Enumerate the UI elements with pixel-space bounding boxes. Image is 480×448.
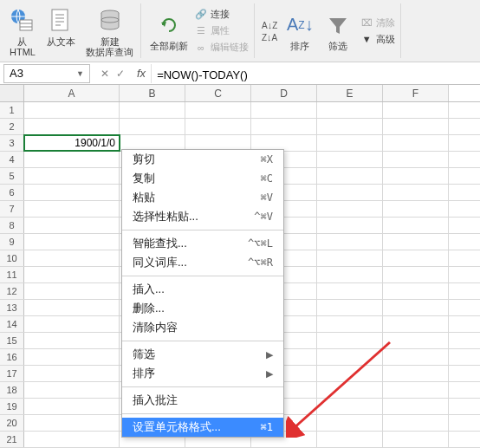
menu-smart-lookup[interactable]: 智能查找...^⌥⌘L [122,234,283,253]
column-header[interactable]: A [24,85,120,101]
menu-copy[interactable]: 复制⌘C [122,169,283,188]
connections-button[interactable]: 🔗连接 [195,8,249,21]
cell[interactable] [383,234,449,250]
cell[interactable] [185,102,251,118]
cell[interactable] [24,185,120,200]
cell[interactable] [317,382,383,398]
row-header[interactable]: 6 [0,185,24,200]
cell[interactable] [24,102,120,118]
menu-delete[interactable]: 删除... [122,299,283,318]
cell[interactable] [317,135,383,151]
menu-filter[interactable]: 筛选▶ [122,345,283,364]
new-db-query-button[interactable]: 新建 数据库查询 [84,5,135,59]
row-header[interactable]: 5 [0,168,24,184]
chevron-down-icon[interactable]: ▼ [76,69,84,78]
cell[interactable] [383,382,449,398]
from-text-button[interactable]: 从文本 [45,5,77,59]
cell[interactable] [120,102,185,118]
menu-sort[interactable]: 排序▶ [122,364,283,383]
cell[interactable] [383,218,449,233]
cell[interactable] [317,185,383,200]
cell[interactable] [383,119,449,134]
cell[interactable] [383,201,449,217]
row-header[interactable]: 13 [0,300,24,315]
column-header[interactable]: E [317,85,383,101]
edit-links-button[interactable]: ∞编辑链接 [195,41,249,54]
cell[interactable] [383,432,449,447]
cell[interactable] [24,366,120,381]
formula-input[interactable]: =NOW()-TODAY() [151,64,480,83]
cell[interactable] [383,135,449,151]
row-header[interactable]: 16 [0,349,24,365]
from-html-button[interactable]: 从 HTML [7,5,38,59]
cell[interactable] [317,218,383,233]
cell[interactable] [383,366,449,381]
cell[interactable] [317,168,383,184]
menu-thesaurus[interactable]: 同义词库...^⌥⌘R [122,253,283,272]
cell[interactable] [317,349,383,365]
row-header[interactable]: 19 [0,399,24,414]
cell[interactable] [24,250,120,266]
cell[interactable] [317,316,383,332]
cell[interactable] [317,267,383,282]
menu-paste[interactable]: 粘贴⌘V [122,188,283,207]
row-header[interactable]: 8 [0,218,24,233]
row-header[interactable]: 4 [0,152,24,167]
cell[interactable] [24,201,120,217]
clear-button[interactable]: ⌧清除 [360,16,395,29]
cell[interactable] [24,316,120,332]
cell[interactable] [317,300,383,315]
column-header[interactable]: F [383,85,449,101]
cell[interactable] [317,432,383,447]
row-header[interactable]: 3 [0,135,24,151]
cell[interactable] [317,201,383,217]
row-header[interactable]: 15 [0,333,24,348]
cell[interactable] [24,399,120,414]
row-header[interactable]: 2 [0,119,24,134]
cell[interactable] [383,267,449,282]
cell[interactable] [383,415,449,431]
menu-format-cells[interactable]: 设置单元格格式...⌘1 [122,418,283,437]
refresh-all-button[interactable]: 全部刷新 [148,10,190,53]
sort-desc-button[interactable]: Z↓A [262,32,277,42]
row-header[interactable]: 18 [0,382,24,398]
cell[interactable] [24,119,120,134]
cell[interactable] [383,399,449,414]
row-header[interactable]: 12 [0,283,24,299]
cell[interactable] [24,283,120,299]
cell[interactable] [317,234,383,250]
cell[interactable] [383,333,449,348]
cell[interactable] [24,234,120,250]
cell[interactable] [24,152,120,167]
fx-icon[interactable]: fx [132,67,151,80]
row-header[interactable]: 14 [0,316,24,332]
row-header[interactable]: 7 [0,201,24,217]
menu-insert-comment[interactable]: 插入批注 [122,391,283,410]
cell[interactable] [317,366,383,381]
cell[interactable] [24,300,120,315]
cell[interactable] [24,349,120,365]
advanced-button[interactable]: ▼高级 [360,33,395,46]
cell[interactable] [383,168,449,184]
sort-button[interactable]: AZ↓ 排序 [284,10,315,53]
menu-insert[interactable]: 插入... [122,280,283,299]
column-header[interactable]: B [120,85,185,101]
cell[interactable] [24,333,120,348]
cell[interactable] [24,382,120,398]
row-header[interactable]: 1 [0,102,24,118]
menu-paste-special[interactable]: 选择性粘贴...^⌘V [122,207,283,226]
menu-clear-contents[interactable]: 清除内容 [122,318,283,337]
row-header[interactable]: 11 [0,267,24,282]
cell[interactable]: 1900/1/0 [24,135,120,151]
cell[interactable] [24,168,120,184]
cell[interactable] [24,218,120,233]
row-header[interactable]: 21 [0,432,24,447]
row-header[interactable]: 10 [0,250,24,266]
cell[interactable] [317,283,383,299]
cell[interactable] [24,432,120,447]
row-header[interactable]: 17 [0,366,24,381]
column-header[interactable]: C [185,85,251,101]
cell[interactable] [24,267,120,282]
cell[interactable] [383,349,449,365]
cell[interactable] [383,300,449,315]
